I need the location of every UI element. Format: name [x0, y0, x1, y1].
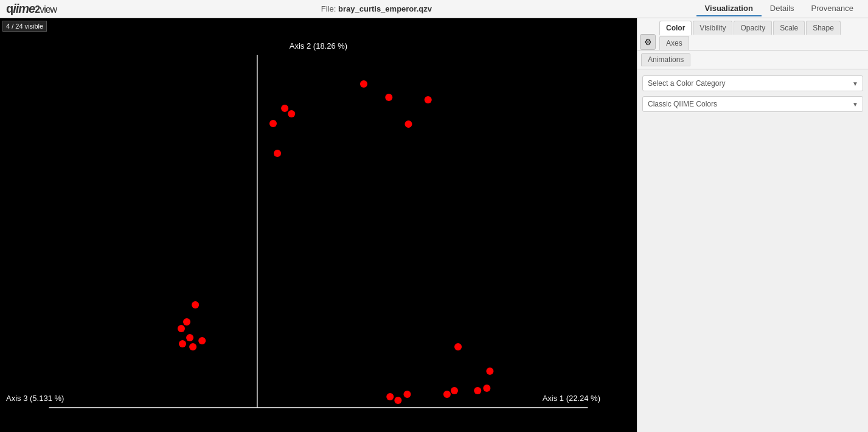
- svg-point-7: [288, 110, 295, 117]
- svg-point-8: [404, 120, 412, 128]
- color-category-select[interactable]: Select a Color Category: [642, 75, 863, 91]
- tab-provenance[interactable]: Provenance: [803, 1, 862, 16]
- main-content: 4 / 24 visible Axis 2 (18.26 %) Axis 1 (…: [0, 18, 868, 432]
- svg-point-16: [189, 343, 196, 350]
- tab-details[interactable]: Details: [762, 1, 803, 16]
- svg-point-14: [186, 334, 193, 341]
- svg-point-18: [454, 343, 462, 350]
- plot-svg: [0, 18, 637, 432]
- animations-row: Animations: [637, 51, 868, 69]
- svg-point-23: [443, 391, 451, 398]
- app-header: qiime2view File: bray_curtis_emperor.qzv…: [0, 0, 868, 18]
- tab-opacity[interactable]: Opacity: [734, 21, 772, 35]
- color-panel-content: Select a Color Category ▼ Classic QIIME …: [637, 69, 868, 432]
- file-info: File: bray_curtis_emperor.qzv: [321, 4, 432, 13]
- svg-point-22: [403, 391, 411, 398]
- svg-point-12: [183, 318, 190, 326]
- svg-point-13: [178, 325, 185, 332]
- tab-visibility[interactable]: Visibility: [693, 21, 732, 35]
- tab-scale[interactable]: Scale: [773, 21, 805, 35]
- plot-canvas[interactable]: 4 / 24 visible Axis 2 (18.26 %) Axis 1 (…: [0, 18, 637, 432]
- color-scheme-wrapper: Classic QIIME Colors ▼: [642, 96, 863, 112]
- filename: bray_curtis_emperor.qzv: [338, 4, 432, 13]
- svg-point-21: [394, 397, 401, 404]
- panel-tabs: Color Visibility Opacity Scale Shape Axe…: [659, 21, 866, 50]
- svg-point-26: [483, 385, 490, 392]
- svg-point-19: [486, 368, 493, 375]
- svg-point-20: [386, 393, 394, 400]
- svg-point-11: [192, 301, 199, 308]
- color-scheme-select[interactable]: Classic QIIME Colors: [642, 96, 863, 112]
- tab-visualization[interactable]: Visualization: [696, 1, 762, 16]
- svg-point-3: [360, 80, 367, 88]
- visible-count-badge: 4 / 24 visible: [2, 21, 47, 32]
- right-panel: ⚙ Color Visibility Opacity Scale Shape A…: [637, 18, 868, 432]
- gear-button[interactable]: ⚙: [640, 34, 656, 50]
- svg-point-10: [274, 150, 281, 157]
- svg-point-9: [269, 120, 277, 127]
- svg-point-15: [179, 340, 186, 347]
- svg-point-6: [281, 105, 288, 112]
- svg-point-4: [385, 94, 392, 101]
- svg-point-25: [474, 387, 481, 394]
- svg-point-17: [198, 337, 206, 344]
- tab-animations[interactable]: Animations: [641, 53, 690, 66]
- top-nav-tabs: Visualization Details Provenance: [696, 1, 862, 16]
- app-logo: qiime2view: [6, 2, 57, 16]
- tab-axes[interactable]: Axes: [659, 36, 689, 50]
- color-category-wrapper: Select a Color Category ▼: [642, 75, 863, 91]
- tab-color[interactable]: Color: [659, 21, 692, 35]
- tab-shape[interactable]: Shape: [806, 21, 841, 35]
- svg-point-24: [451, 387, 458, 394]
- svg-point-5: [425, 96, 432, 103]
